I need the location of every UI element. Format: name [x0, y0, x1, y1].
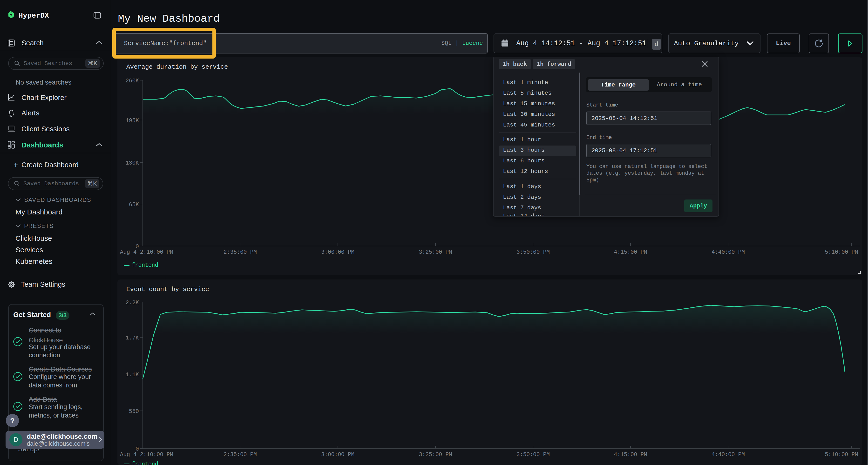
svg-text:130K: 130K — [126, 160, 139, 166]
svg-text:3:50:00 PM: 3:50:00 PM — [517, 452, 550, 458]
svg-text:4:15:00 PM: 4:15:00 PM — [614, 249, 647, 255]
svg-text:65K: 65K — [129, 202, 139, 208]
svg-text:4:15:00 PM: 4:15:00 PM — [614, 452, 647, 458]
svg-text:550: 550 — [129, 408, 139, 414]
svg-text:5:10:00 PM: 5:10:00 PM — [825, 249, 858, 255]
svg-text:4:40:00 PM: 4:40:00 PM — [712, 249, 745, 255]
svg-text:2:35:00 PM: 2:35:00 PM — [223, 249, 257, 255]
svg-text:1.1K: 1.1K — [126, 372, 139, 378]
svg-text:Aug 4 2:10:00 PM: Aug 4 2:10:00 PM — [120, 452, 173, 458]
svg-text:1.7K: 1.7K — [126, 335, 139, 341]
svg-text:3:50:00 PM: 3:50:00 PM — [517, 249, 550, 255]
svg-text:4:40:00 PM: 4:40:00 PM — [712, 452, 745, 458]
svg-text:5:10:00 PM: 5:10:00 PM — [825, 452, 858, 458]
svg-text:2.2K: 2.2K — [126, 300, 139, 306]
svg-text:3:25:00 PM: 3:25:00 PM — [419, 452, 452, 458]
svg-text:2:35:00 PM: 2:35:00 PM — [223, 452, 257, 458]
svg-text:195K: 195K — [126, 118, 139, 124]
svg-text:3:00:00 PM: 3:00:00 PM — [321, 249, 354, 255]
svg-text:260K: 260K — [126, 78, 139, 84]
svg-text:3:00:00 PM: 3:00:00 PM — [321, 452, 354, 458]
svg-text:Aug 4 2:10:00 PM: Aug 4 2:10:00 PM — [120, 249, 173, 255]
svg-text:3:25:00 PM: 3:25:00 PM — [419, 249, 452, 255]
